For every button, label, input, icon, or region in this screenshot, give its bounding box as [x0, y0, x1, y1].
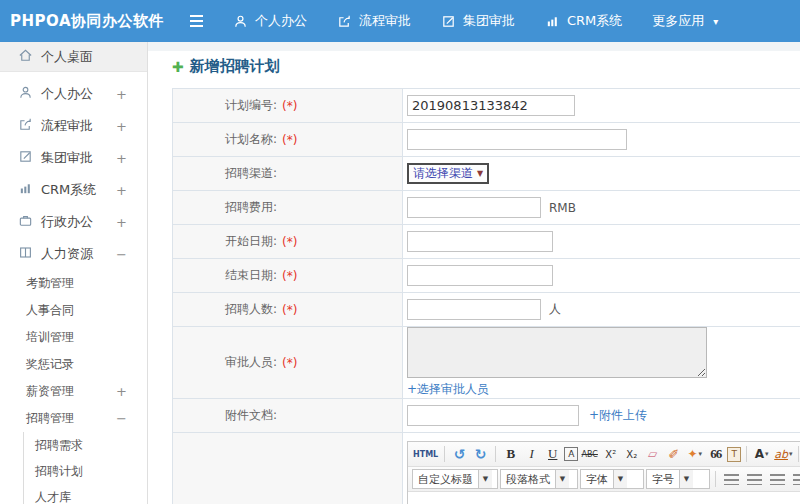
form-row-cost: 招聘费用: RMB — [173, 191, 800, 225]
chart-icon — [545, 14, 560, 29]
sidebar-item-recruit-demand[interactable]: 招聘需求 — [24, 432, 147, 458]
sidebar-item-training[interactable]: 培训管理 — [0, 324, 147, 351]
required-mark: (*) — [282, 235, 297, 249]
unit-suffix: 人 — [549, 301, 561, 318]
chevron-down-icon: ▼ — [555, 470, 569, 488]
custom-title-combo[interactable]: 自定义标题 ▼ — [412, 469, 498, 489]
redo-icon[interactable]: ↻ — [471, 444, 490, 464]
top-menu: 个人办公 流程审批 集团审批 CRM系统 更多应用 ▾ — [233, 12, 718, 30]
sidebar-item-workflow-approval[interactable]: 流程审批 + — [0, 110, 147, 142]
form-row-plan-number: 计划编号: (*) — [173, 89, 800, 123]
collapse-minus-icon[interactable]: − — [116, 247, 127, 262]
field-label: 附件文档: — [225, 407, 277, 424]
attachment-upload-link[interactable]: +附件上传 — [589, 407, 647, 424]
page-title: 新增招聘计划 — [190, 57, 280, 76]
strikethrough-button[interactable]: ABC — [580, 444, 599, 464]
end-date-input[interactable] — [407, 265, 553, 286]
person-icon — [233, 14, 248, 29]
italic-button[interactable]: I — [522, 444, 541, 464]
eraser-icon[interactable]: ▱ — [643, 444, 662, 464]
align-center-icon[interactable] — [747, 474, 762, 485]
start-date-input[interactable] — [407, 231, 553, 252]
form-row-start-date: 开始日期: (*) — [173, 225, 800, 259]
topnav-personal-office[interactable]: 个人办公 — [233, 12, 307, 30]
undo-icon[interactable]: ↺ — [450, 444, 469, 464]
sidebar-item-salary[interactable]: 薪资管理 + — [0, 378, 147, 405]
superscript-button[interactable]: X² — [601, 444, 620, 464]
topnav-crm[interactable]: CRM系统 — [545, 12, 622, 30]
auto-typeset-button[interactable]: ✦▾ — [685, 444, 704, 464]
underline-button[interactable]: U — [543, 444, 562, 464]
align-justify-icon[interactable] — [793, 474, 800, 485]
approvers-textarea[interactable] — [407, 327, 707, 378]
sidebar-item-admin-office[interactable]: 行政办公 + — [0, 206, 147, 238]
format-brush-icon[interactable]: ✐ — [664, 444, 683, 464]
source-code-button[interactable]: HTML — [412, 444, 439, 464]
sidebar-item-hr-contract[interactable]: 人事合同 — [0, 297, 147, 324]
paint-icon: ✦ — [687, 447, 697, 461]
sidebar-item-group-approval[interactable]: 集团审批 + — [0, 142, 147, 174]
chart-icon — [18, 181, 41, 199]
align-right-icon[interactable] — [770, 474, 785, 485]
plan-number-input[interactable] — [407, 95, 575, 116]
font-family-combo[interactable]: 字体 ▼ — [580, 469, 644, 489]
required-mark: (*) — [282, 356, 297, 370]
sidebar: 个人桌面 个人办公 + 流程审批 + 集团审批 + CRM系统 + 行政办公 +… — [0, 42, 148, 504]
menu-toggle-icon[interactable] — [190, 15, 203, 27]
channel-select[interactable]: 请选择渠道 ▼ — [407, 163, 489, 184]
chevron-down-icon: ▼ — [613, 470, 627, 488]
headcount-input[interactable] — [407, 299, 541, 320]
font-color-button[interactable]: A▾ — [752, 444, 771, 464]
blockquote-button[interactable]: 66 — [706, 444, 725, 464]
attachment-input[interactable] — [407, 405, 579, 426]
char-border-button[interactable]: A — [564, 447, 578, 461]
plus-icon: ✚ — [172, 60, 184, 74]
sidebar-item-attendance[interactable]: 考勤管理 — [0, 270, 147, 297]
topnav-group-approval[interactable]: 集团审批 — [441, 12, 515, 30]
chevron-down-icon: ▾ — [765, 450, 769, 458]
sidebar-item-crm[interactable]: CRM系统 + — [0, 174, 147, 206]
field-label: 招聘渠道: — [225, 165, 277, 182]
sidebar-item-recruit-mgmt[interactable]: 招聘管理 − — [0, 405, 147, 432]
sidebar-submenu: 招聘需求 招聘计划 人才库 — [23, 432, 147, 504]
form-row-headcount: 招聘人数: (*) 人 — [173, 293, 800, 327]
expand-plus-icon[interactable]: + — [116, 119, 127, 134]
select-arrow-icon: ▼ — [477, 169, 483, 178]
align-left-icon[interactable] — [724, 474, 739, 485]
form-row-channel: 招聘渠道: 请选择渠道 ▼ — [173, 157, 800, 191]
expand-plus-icon[interactable]: + — [116, 151, 127, 166]
highlight-color-button[interactable]: ab▾ — [773, 444, 793, 464]
sidebar-item-desktop[interactable]: 个人桌面 — [0, 42, 147, 72]
paste-text-button[interactable]: T — [727, 447, 741, 462]
expand-plus-icon[interactable]: + — [116, 87, 127, 102]
expand-plus-icon[interactable]: + — [116, 384, 127, 399]
bold-button[interactable]: B — [501, 444, 520, 464]
sidebar-item-rewards[interactable]: 奖惩记录 — [0, 351, 147, 378]
plan-name-input[interactable] — [407, 129, 627, 150]
required-mark: (*) — [282, 269, 297, 283]
topnav-more-apps[interactable]: 更多应用 ▾ — [652, 12, 718, 30]
collapse-minus-icon[interactable]: − — [116, 411, 127, 426]
cost-input[interactable] — [407, 197, 541, 218]
field-label: 计划名称: — [225, 131, 277, 148]
sidebar-item-recruit-plan[interactable]: 招聘计划 — [24, 458, 147, 484]
edit-icon — [18, 149, 41, 167]
edit-icon — [441, 14, 456, 29]
field-label: 招聘费用: — [225, 199, 277, 216]
expand-plus-icon[interactable]: + — [116, 215, 127, 230]
sidebar-item-personal-office[interactable]: 个人办公 + — [0, 78, 147, 110]
subscript-button[interactable]: X₂ — [622, 444, 641, 464]
expand-plus-icon[interactable]: + — [116, 183, 127, 198]
field-label: 结束日期: — [225, 267, 277, 284]
form-row-plan-name: 计划名称: (*) — [173, 123, 800, 157]
choose-approvers-link[interactable]: +选择审批人员 — [407, 381, 489, 398]
topnav-workflow-approval[interactable]: 流程审批 — [337, 12, 411, 30]
paragraph-format-combo[interactable]: 段落格式 ▼ — [500, 469, 578, 489]
editor-content-area[interactable] — [408, 492, 800, 504]
font-size-combo[interactable]: 字号 ▼ — [646, 469, 710, 489]
form-row-end-date: 结束日期: (*) — [173, 259, 800, 293]
chevron-down-icon: ▼ — [478, 470, 492, 488]
sidebar-item-talent-pool[interactable]: 人才库 — [24, 484, 147, 504]
required-mark: (*) — [282, 133, 297, 147]
sidebar-item-hr[interactable]: 人力资源 − — [0, 238, 147, 270]
